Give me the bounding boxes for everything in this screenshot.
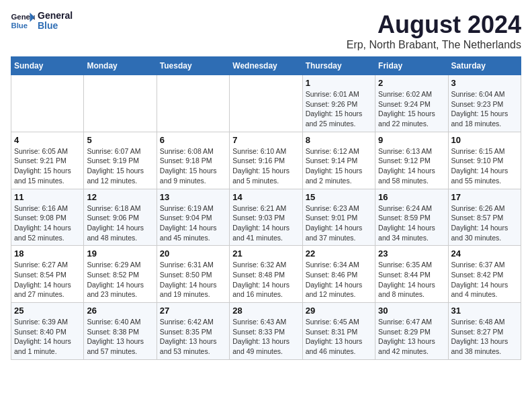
day-info: Sunrise: 6:45 AM Sunset: 8:31 PM Dayligh… [306,317,372,357]
calendar-cell: 22Sunrise: 6:34 AM Sunset: 8:46 PM Dayli… [302,246,375,303]
day-number: 31 [451,306,518,316]
day-info: Sunrise: 6:05 AM Sunset: 9:21 PM Dayligh… [14,146,81,186]
day-info: Sunrise: 6:24 AM Sunset: 8:59 PM Dayligh… [378,203,445,243]
day-number: 18 [14,248,81,259]
calendar-cell: 3Sunrise: 6:04 AM Sunset: 9:23 PM Daylig… [448,75,521,132]
calendar-cell: 15Sunrise: 6:23 AM Sunset: 9:01 PM Dayli… [302,189,375,246]
calendar-cell: 16Sunrise: 6:24 AM Sunset: 8:59 PM Dayli… [375,189,448,246]
logo-icon: General Blue [11,11,35,30]
calendar-cell [230,75,302,132]
day-number: 29 [306,306,372,316]
subtitle: Erp, North Brabant, The Netherlands [347,39,521,51]
day-number: 8 [306,135,372,145]
day-info: Sunrise: 6:35 AM Sunset: 8:44 PM Dayligh… [378,260,445,300]
day-info: Sunrise: 6:13 AM Sunset: 9:12 PM Dayligh… [378,146,445,186]
calendar-cell: 2Sunrise: 6:02 AM Sunset: 9:24 PM Daylig… [375,75,448,132]
day-info: Sunrise: 6:43 AM Sunset: 8:33 PM Dayligh… [232,317,299,357]
day-info: Sunrise: 6:48 AM Sunset: 8:27 PM Dayligh… [451,317,518,357]
calendar-cell: 5Sunrise: 6:07 AM Sunset: 9:19 PM Daylig… [84,132,157,189]
calendar-cell: 28Sunrise: 6:43 AM Sunset: 8:33 PM Dayli… [230,303,302,360]
logo-blue-text: Blue [38,21,73,31]
calendar-cell: 26Sunrise: 6:40 AM Sunset: 8:38 PM Dayli… [84,303,157,360]
day-number: 1 [306,78,372,88]
day-number: 17 [451,192,518,202]
day-info: Sunrise: 6:16 AM Sunset: 9:08 PM Dayligh… [14,203,81,243]
logo-general-text: General [38,11,73,21]
day-number: 11 [14,192,81,202]
day-info: Sunrise: 6:31 AM Sunset: 8:50 PM Dayligh… [160,260,226,300]
calendar-cell: 18Sunrise: 6:27 AM Sunset: 8:54 PM Dayli… [11,246,84,303]
calendar-cell: 25Sunrise: 6:39 AM Sunset: 8:40 PM Dayli… [11,303,84,360]
day-info: Sunrise: 6:23 AM Sunset: 9:01 PM Dayligh… [306,203,372,243]
day-info: Sunrise: 6:32 AM Sunset: 8:48 PM Dayligh… [232,260,299,300]
day-info: Sunrise: 6:02 AM Sunset: 9:24 PM Dayligh… [378,89,445,129]
calendar-cell: 11Sunrise: 6:16 AM Sunset: 9:08 PM Dayli… [11,189,84,246]
day-number: 13 [160,192,226,202]
day-info: Sunrise: 6:37 AM Sunset: 8:42 PM Dayligh… [451,260,518,300]
day-info: Sunrise: 6:07 AM Sunset: 9:19 PM Dayligh… [87,146,153,186]
day-info: Sunrise: 6:12 AM Sunset: 9:14 PM Dayligh… [306,146,372,186]
day-number: 5 [87,135,153,145]
day-number: 15 [306,192,372,202]
calendar-cell: 9Sunrise: 6:13 AM Sunset: 9:12 PM Daylig… [375,132,448,189]
day-number: 7 [232,135,299,145]
calendar-cell: 24Sunrise: 6:37 AM Sunset: 8:42 PM Dayli… [448,246,521,303]
page-header: General Blue General Blue August 2024 Er… [11,11,521,51]
calendar-cell: 19Sunrise: 6:29 AM Sunset: 8:52 PM Dayli… [84,246,157,303]
calendar-cell: 13Sunrise: 6:19 AM Sunset: 9:04 PM Dayli… [157,189,229,246]
svg-text:Blue: Blue [11,21,28,30]
calendar-cell: 6Sunrise: 6:08 AM Sunset: 9:18 PM Daylig… [157,132,229,189]
day-number: 27 [160,306,226,316]
calendar-week-5: 25Sunrise: 6:39 AM Sunset: 8:40 PM Dayli… [11,303,521,360]
day-number: 3 [451,78,518,88]
day-number: 14 [232,192,299,202]
calendar-body: 1Sunrise: 6:01 AM Sunset: 9:26 PM Daylig… [11,75,521,360]
calendar-cell: 12Sunrise: 6:18 AM Sunset: 9:06 PM Dayli… [84,189,157,246]
day-number: 23 [378,248,445,259]
calendar-cell: 17Sunrise: 6:26 AM Sunset: 8:57 PM Dayli… [448,189,521,246]
day-number: 24 [451,248,518,259]
calendar-cell [11,75,84,132]
day-info: Sunrise: 6:15 AM Sunset: 9:10 PM Dayligh… [451,146,518,186]
day-info: Sunrise: 6:39 AM Sunset: 8:40 PM Dayligh… [14,317,81,357]
day-info: Sunrise: 6:08 AM Sunset: 9:18 PM Dayligh… [160,146,226,186]
day-number: 30 [378,306,445,316]
col-header-saturday: Saturday [448,57,521,75]
day-number: 25 [14,306,81,316]
col-header-friday: Friday [375,57,448,75]
day-number: 4 [14,135,81,145]
calendar-cell [157,75,229,132]
day-info: Sunrise: 6:42 AM Sunset: 8:35 PM Dayligh… [160,317,226,357]
day-info: Sunrise: 6:29 AM Sunset: 8:52 PM Dayligh… [87,260,153,300]
day-info: Sunrise: 6:18 AM Sunset: 9:06 PM Dayligh… [87,203,153,243]
col-header-tuesday: Tuesday [157,57,229,75]
calendar-cell: 29Sunrise: 6:45 AM Sunset: 8:31 PM Dayli… [302,303,375,360]
col-header-sunday: Sunday [11,57,84,75]
day-info: Sunrise: 6:47 AM Sunset: 8:29 PM Dayligh… [378,317,445,357]
calendar-table: SundayMondayTuesdayWednesdayThursdayFrid… [11,56,521,360]
day-number: 12 [87,192,153,202]
calendar-cell: 31Sunrise: 6:48 AM Sunset: 8:27 PM Dayli… [448,303,521,360]
day-number: 10 [451,135,518,145]
day-number: 20 [160,248,226,259]
col-header-monday: Monday [84,57,157,75]
calendar-cell: 4Sunrise: 6:05 AM Sunset: 9:21 PM Daylig… [11,132,84,189]
calendar-cell: 30Sunrise: 6:47 AM Sunset: 8:29 PM Dayli… [375,303,448,360]
calendar-cell: 7Sunrise: 6:10 AM Sunset: 9:16 PM Daylig… [230,132,302,189]
calendar-week-1: 1Sunrise: 6:01 AM Sunset: 9:26 PM Daylig… [11,75,521,132]
day-number: 6 [160,135,226,145]
calendar-week-3: 11Sunrise: 6:16 AM Sunset: 9:08 PM Dayli… [11,189,521,246]
calendar-header-row: SundayMondayTuesdayWednesdayThursdayFrid… [11,57,521,75]
day-info: Sunrise: 6:27 AM Sunset: 8:54 PM Dayligh… [14,260,81,300]
calendar-cell: 20Sunrise: 6:31 AM Sunset: 8:50 PM Dayli… [157,246,229,303]
day-info: Sunrise: 6:04 AM Sunset: 9:23 PM Dayligh… [451,89,518,129]
calendar-cell: 27Sunrise: 6:42 AM Sunset: 8:35 PM Dayli… [157,303,229,360]
day-number: 2 [378,78,445,88]
day-info: Sunrise: 6:26 AM Sunset: 8:57 PM Dayligh… [451,203,518,243]
main-title: August 2024 [347,11,521,39]
calendar-week-2: 4Sunrise: 6:05 AM Sunset: 9:21 PM Daylig… [11,132,521,189]
day-number: 16 [378,192,445,202]
title-area: August 2024 Erp, North Brabant, The Neth… [347,11,521,51]
calendar-cell: 21Sunrise: 6:32 AM Sunset: 8:48 PM Dayli… [230,246,302,303]
day-info: Sunrise: 6:21 AM Sunset: 9:03 PM Dayligh… [232,203,299,243]
